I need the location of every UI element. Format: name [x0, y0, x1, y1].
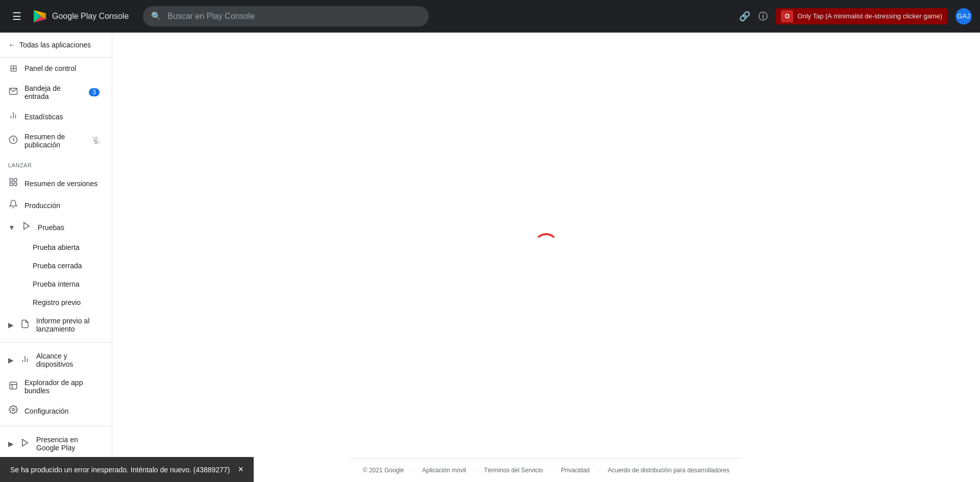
chevron-right-alcance-icon: ▶ [8, 356, 14, 364]
sidebar-item-prueba-interna[interactable]: Prueba interna [24, 275, 108, 293]
main-content: © 2021 Google · Aplicación móvil · Térmi… [112, 33, 980, 482]
sidebar-item-explorador[interactable]: Explorador de app bundles [0, 373, 108, 400]
sidebar-item-prueba-cerrada[interactable]: Prueba cerrada [24, 257, 108, 275]
inbox-icon [8, 87, 18, 98]
pruebas-icon [21, 221, 32, 233]
sidebar-item-prueba-abierta[interactable]: Prueba abierta [24, 238, 108, 257]
explorador-icon [8, 381, 18, 393]
svg-rect-20 [10, 382, 17, 389]
footer-link-terminos[interactable]: Términos del Servicio [484, 467, 543, 474]
svg-rect-14 [10, 183, 12, 186]
mute-icon [92, 137, 100, 145]
inbox-badge: 3 [89, 88, 100, 96]
informe-icon [20, 319, 30, 331]
svg-rect-13 [14, 179, 17, 181]
snackbar-close-button[interactable]: × [238, 464, 243, 475]
versions-icon [8, 177, 18, 189]
footer-copyright: © 2021 Google [363, 467, 404, 474]
search-input[interactable] [167, 12, 421, 21]
sidebar-item-pruebas[interactable]: ▼ Pruebas [0, 216, 108, 238]
pruebas-subitems: Prueba abierta Prueba cerrada Prueba int… [0, 238, 112, 312]
chevron-right-presencia-icon: ▶ [8, 440, 14, 448]
sidebar-item-resumen-versiones[interactable]: Resumen de versiones [0, 172, 108, 194]
sidebar: ← Todas las aplicaciones ⊞ Panel de cont… [0, 33, 112, 482]
sidebar-item-presencia[interactable]: ▶ Presencia en Google Play [0, 430, 108, 457]
footer-link-acuerdo[interactable]: Acuerdo de distribución para desarrollad… [607, 467, 729, 474]
logo-text: Google Play Console [52, 12, 129, 21]
page-footer: © 2021 Google · Aplicación móvil · Térmi… [351, 458, 742, 482]
body-layout: ← Todas las aplicaciones ⊞ Panel de cont… [0, 33, 980, 482]
stats-icon [8, 111, 18, 122]
app-badge[interactable]: O Only Tap (A minimalist de-stressing cl… [776, 8, 947, 24]
back-arrow-icon: ← [8, 41, 15, 49]
presencia-icon [20, 438, 30, 450]
sidebar-item-informe-previo[interactable]: ▶ Informe previo al lanzamiento [0, 312, 108, 338]
back-to-all-apps[interactable]: ← Todas las aplicaciones [0, 33, 112, 58]
topnav-right-section: 🔗 ⓘ O Only Tap (A minimalist de-stressin… [739, 8, 972, 24]
link-icon[interactable]: 🔗 [739, 11, 750, 22]
settings-icon [8, 405, 18, 417]
app-icon: O [781, 10, 793, 22]
dashboard-icon: ⊞ [8, 63, 18, 74]
alcance-icon [20, 354, 30, 366]
footer-link-movil[interactable]: Aplicación móvil [422, 467, 466, 474]
search-bar[interactable]: 🔍 [143, 6, 429, 27]
footer-dot-3: · [551, 467, 553, 474]
loading-container [112, 33, 980, 458]
app-name: Only Tap (A minimalist de-stressing clic… [797, 12, 942, 20]
footer-link-privacidad[interactable]: Privacidad [561, 467, 590, 474]
svg-point-21 [12, 409, 15, 411]
sidebar-divider-2 [0, 426, 112, 426]
hamburger-menu[interactable]: ☰ [8, 6, 26, 27]
svg-rect-15 [14, 183, 17, 186]
user-avatar[interactable]: GAJ [955, 8, 972, 24]
sidebar-divider-1 [0, 342, 112, 343]
sidebar-item-alcance[interactable]: ▶ Alcance y dispositivos [0, 347, 108, 373]
sidebar-item-estadisticas[interactable]: Estadísticas [0, 106, 108, 128]
footer-dot-4: · [598, 467, 599, 474]
footer-dot-2: · [474, 467, 476, 474]
section-lanzar: Lanzar [0, 154, 112, 172]
sidebar-item-panel[interactable]: ⊞ Panel de control [0, 58, 108, 79]
chevron-right-icon: ▶ [8, 321, 14, 329]
sidebar-item-produccion[interactable]: Producción [0, 194, 108, 216]
loading-spinner [534, 233, 558, 258]
sidebar-item-resumen-pub[interactable]: Resumen de publicación [0, 128, 108, 154]
footer-dot-1: · [412, 467, 414, 474]
help-icon[interactable]: ⓘ [758, 10, 768, 22]
publication-icon [8, 135, 18, 147]
search-icon: 🔍 [151, 11, 161, 21]
sidebar-item-configuracion[interactable]: Configuración [0, 400, 108, 422]
top-navigation: ☰ [0, 0, 980, 33]
sidebar-item-bandeja[interactable]: Bandeja de entrada 3 [0, 79, 108, 106]
chevron-down-icon: ▼ [8, 223, 15, 232]
error-snackbar: Se ha producido un error inesperado. Int… [0, 457, 254, 482]
snackbar-message: Se ha producido un error inesperado. Int… [10, 466, 230, 474]
svg-rect-12 [10, 179, 12, 181]
sidebar-item-registro-previo[interactable]: Registro previo [24, 293, 108, 312]
logo-link[interactable]: Google Play Console [32, 8, 129, 24]
google-play-logo-icon [32, 8, 48, 24]
svg-marker-16 [24, 222, 30, 230]
production-icon [8, 199, 18, 211]
svg-marker-22 [22, 439, 28, 446]
